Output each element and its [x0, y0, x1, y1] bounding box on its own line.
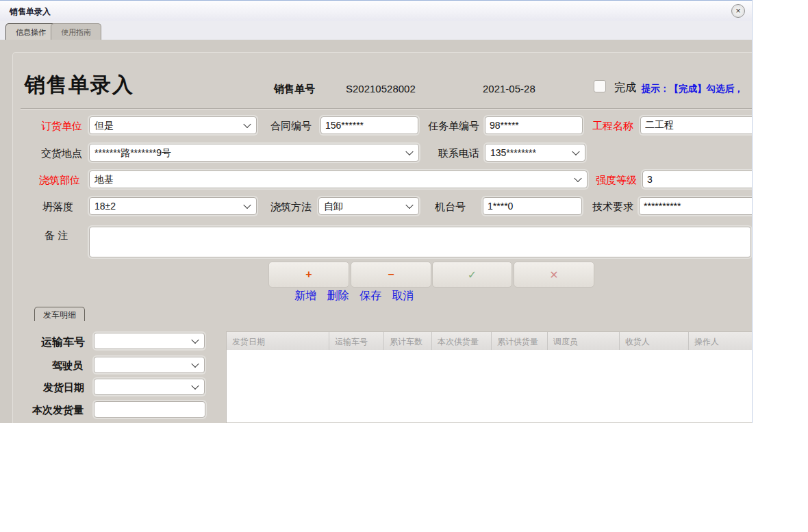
strength-grade-input[interactable] — [642, 170, 753, 188]
window-title: 销售单录入 — [10, 6, 51, 18]
delete-link[interactable]: 删除 — [327, 290, 349, 301]
task-no-input[interactable] — [485, 116, 583, 134]
tab-dispatch-detail[interactable]: 发车明细 — [34, 307, 85, 321]
chevron-down-icon — [405, 148, 413, 155]
chevron-down-icon — [191, 382, 199, 390]
chevron-down-icon — [243, 121, 251, 128]
task-no-label: 任务单编号 — [428, 120, 479, 133]
col-receiver[interactable]: 收货人 — [620, 332, 689, 350]
slump-value: 18±2 — [94, 201, 241, 212]
project-name-label: 工程名称 — [592, 120, 633, 133]
col-ship-date[interactable]: 发货日期 — [227, 332, 329, 350]
order-no-value: S20210528002 — [346, 83, 416, 94]
page-background: 销售单录入 × 信息操作 使用指南 销售单录入 销售单号 S2021052800… — [0, 0, 808, 532]
title-bar: 销售单录入 × — [0, 1, 752, 21]
header-separator — [21, 108, 752, 110]
machine-no-input[interactable] — [483, 197, 582, 215]
sales-order-window: 销售单录入 × 信息操作 使用指南 销售单录入 销售单号 S2021052800… — [0, 0, 753, 423]
machine-no-label: 机台号 — [435, 201, 466, 214]
chevron-down-icon — [191, 336, 199, 344]
driver-select[interactable] — [94, 357, 205, 373]
col-operator[interactable]: 操作人 — [689, 332, 753, 350]
complete-checkbox[interactable] — [594, 80, 606, 92]
complete-label: 完成 — [614, 81, 636, 95]
slump-label: 坍落度 — [42, 201, 73, 214]
delivery-place-value: *******路*******9号 — [94, 147, 403, 160]
pouring-method-select[interactable]: 自卸 — [318, 197, 419, 215]
dispatch-table-header: 发货日期 运输车号 累计车数 本次供货量 累计供货量 调度员 收货人 操作人 — [227, 332, 753, 351]
tech-requirement-input[interactable] — [639, 197, 753, 215]
driver-label: 驾驶员 — [52, 359, 83, 372]
save-link[interactable]: 保存 — [359, 290, 381, 301]
chevron-down-icon — [572, 148, 579, 155]
contact-phone-value: 135******** — [490, 147, 570, 158]
dispatch-table: 发货日期 运输车号 累计车数 本次供货量 累计供货量 调度员 收货人 操作人 — [226, 331, 753, 423]
delete-button[interactable]: − — [351, 262, 431, 288]
col-current-supply[interactable]: 本次供货量 — [432, 332, 492, 350]
chevron-down-icon — [243, 201, 251, 209]
dispatch-table-body[interactable] — [227, 350, 753, 422]
close-button[interactable]: × — [731, 4, 745, 18]
col-total-trucks[interactable]: 累计车数 — [384, 332, 432, 350]
pouring-part-label: 浇筑部位 — [39, 174, 80, 187]
contract-no-label: 合同编号 — [270, 120, 312, 133]
page-title: 销售单录入 — [25, 71, 134, 99]
col-truck-no[interactable]: 运输车号 — [329, 332, 384, 350]
contact-phone-select[interactable]: 135******** — [485, 144, 585, 162]
order-date: 2021-05-28 — [483, 83, 535, 94]
col-total-supply[interactable]: 累计供货量 — [492, 332, 548, 350]
save-button[interactable]: ✓ — [432, 262, 512, 288]
slump-select[interactable]: 18±2 — [89, 197, 257, 215]
project-name-input[interactable] — [640, 116, 753, 134]
truck-no-label: 运输车号 — [41, 335, 85, 350]
pouring-method-label: 浇筑方法 — [270, 201, 312, 214]
plus-icon: + — [305, 268, 312, 281]
tab-info-operation[interactable]: 信息操作 — [5, 23, 56, 40]
ordering-unit-value: 但是 — [94, 120, 241, 132]
cancel-button[interactable]: ✕ — [514, 262, 594, 288]
strength-grade-label: 强度等级 — [596, 174, 637, 187]
add-link[interactable]: 新增 — [294, 290, 316, 301]
tab-user-guide[interactable]: 使用指南 — [51, 23, 101, 40]
chevron-down-icon — [405, 201, 413, 209]
pouring-part-value: 地基 — [94, 174, 572, 186]
pouring-method-value: 自卸 — [324, 201, 403, 213]
delivery-place-label: 交货地点 — [41, 147, 82, 160]
delivery-place-select[interactable]: *******路*******9号 — [89, 144, 419, 162]
add-button[interactable]: + — [268, 262, 349, 288]
chevron-down-icon — [191, 360, 199, 368]
ship-qty-label: 本次发货量 — [32, 404, 84, 417]
ship-date-label: 发货日期 — [43, 381, 84, 394]
ship-qty-input[interactable] — [94, 401, 205, 418]
col-dispatcher[interactable]: 调度员 — [548, 332, 620, 350]
chevron-down-icon — [574, 175, 581, 182]
action-links: 新增 删除 保存 取消 — [294, 289, 421, 303]
order-no-label: 销售单号 — [274, 83, 315, 96]
complete-hint: 提示：【完成】勾选后， — [642, 83, 744, 95]
contract-no-input[interactable] — [320, 116, 418, 134]
tech-requirement-label: 技术要求 — [592, 201, 633, 214]
remark-label: 备 注 — [45, 229, 68, 242]
pouring-part-select[interactable]: 地基 — [89, 170, 588, 188]
close-icon: × — [735, 5, 741, 16]
ordering-unit-label: 订货单位 — [41, 120, 82, 133]
minus-icon: − — [388, 268, 394, 281]
cancel-link[interactable]: 取消 — [392, 290, 414, 301]
remark-textarea[interactable] — [89, 227, 751, 257]
truck-no-select[interactable] — [94, 333, 205, 349]
tab-strip: 信息操作 使用指南 — [0, 21, 752, 40]
cross-icon: ✕ — [549, 268, 558, 281]
ordering-unit-select[interactable]: 但是 — [89, 116, 257, 134]
check-icon: ✓ — [468, 268, 477, 281]
contact-phone-label: 联系电话 — [438, 147, 479, 160]
ship-date-select[interactable] — [94, 379, 205, 395]
